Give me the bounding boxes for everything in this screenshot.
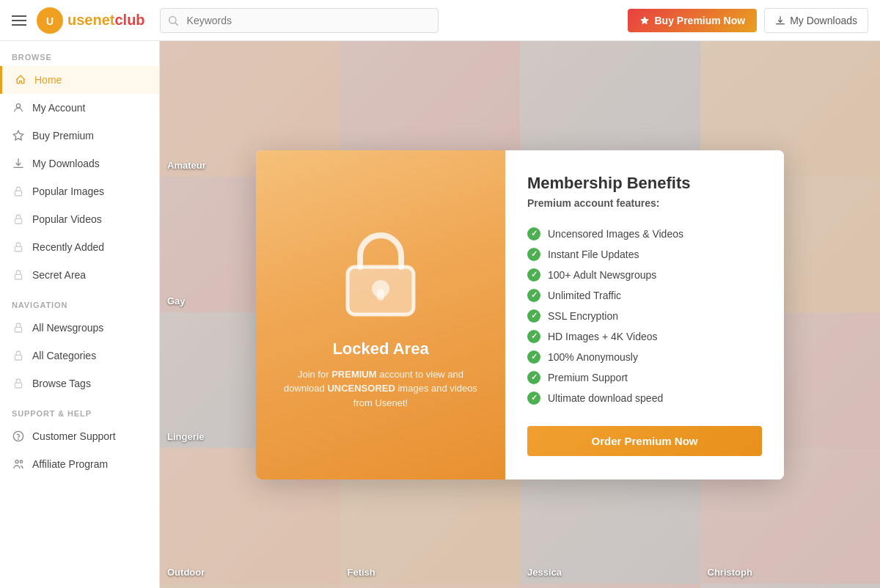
benefit-item: 100% Anonymously [527,347,762,367]
check-icon [527,309,540,323]
check-icon [527,289,540,302]
my-downloads-button[interactable]: My Downloads [764,8,868,33]
navigation-section-label: NAVIGATION [0,289,159,314]
sidebar-item-browse-tags[interactable]: Browse Tags [0,370,159,397]
order-premium-button[interactable]: Order Premium Now [527,426,762,456]
sidebar-item-my-downloads[interactable]: My Downloads [0,150,159,177]
sidebar-item-popular-images[interactable]: Popular Images [0,177,159,205]
modal-right-panel: Membership Benefits Premium account feat… [505,150,784,479]
svg-text:U: U [46,15,54,27]
sidebar-label-popular-images: Popular Images [32,185,104,197]
svg-point-5 [16,104,20,108]
lock-recently-added-icon [12,240,25,254]
sidebar-item-my-account[interactable]: My Account [0,94,159,122]
sidebar-label-recently-added: Recently Added [32,241,104,253]
sidebar-item-popular-videos[interactable]: Popular Videos [0,205,159,233]
download-icon [775,15,785,26]
check-icon [527,268,540,282]
check-icon [527,392,540,405]
check-icon [527,227,540,240]
lock-categories-icon [12,349,25,362]
svg-rect-9 [15,246,21,251]
sidebar-label-customer-support: Customer Support [32,430,116,442]
browse-section-label: BROWSE [0,41,159,66]
svg-point-2 [169,16,175,23]
support-section-label: SUPPORT & HELP [0,397,159,422]
lock-secret-area-icon [12,268,25,282]
check-icon [527,371,540,384]
lock-icon [329,219,432,325]
benefit-item: Instant File Updates [527,244,762,265]
svg-point-16 [15,460,18,463]
content-area: AmateurGayLingerieOutdoorFetishJessicaCh… [160,41,880,588]
sidebar-item-all-categories[interactable]: All Categories [0,342,159,370]
sidebar-item-customer-support[interactable]: Customer Support [0,422,159,450]
benefit-item: Premium Support [527,367,762,388]
benefit-item: SSL Encryption [527,306,762,326]
buy-premium-button[interactable]: Buy Premium Now [628,9,757,32]
search-wrapper [160,8,439,33]
modal-left-panel: Locked Area Join for PREMIUM account to … [256,150,505,479]
modal-locked-title: Locked Area [332,339,428,359]
main-container: BROWSE Home My Account Buy Premium My Do… [0,41,880,588]
svg-rect-10 [15,274,21,279]
sidebar-label-buy-premium: Buy Premium [32,130,94,142]
check-icon [527,350,540,364]
sidebar-item-affiliate-program[interactable]: Affiliate Program [0,450,159,478]
sidebar-item-home[interactable]: Home [0,66,159,94]
check-icon [527,248,540,261]
search-input[interactable] [160,8,439,33]
sidebar-label-home: Home [34,74,62,86]
svg-marker-4 [641,16,650,24]
sidebar-item-recently-added[interactable]: Recently Added [0,233,159,261]
svg-rect-13 [15,383,21,388]
benefit-item: Unlimited Traffic [527,285,762,306]
logo-text: usenetclub [67,12,145,29]
sidebar-item-secret-area[interactable]: Secret Area [0,261,159,289]
benefit-list: Uncensored Images & VideosInstant File U… [527,224,762,408]
svg-point-15 [18,439,19,440]
lock-popular-images-icon [12,185,25,198]
modal-benefits-title: Membership Benefits [527,174,762,193]
benefit-item: HD Images + 4K Videos [527,326,762,347]
hamburger-menu[interactable] [12,15,26,26]
question-icon [12,430,25,443]
svg-rect-20 [377,289,384,301]
sidebar-label-popular-videos: Popular Videos [32,213,102,225]
sidebar-item-all-newsgroups[interactable]: All Newsgroups [0,314,159,342]
buy-premium-icon [12,129,25,142]
check-icon [527,330,540,343]
people-icon [12,457,25,471]
header: U usenetclub Buy Premium Now My Download… [0,0,880,41]
logo-icon: U [35,6,65,35]
sidebar: BROWSE Home My Account Buy Premium My Do… [0,41,160,588]
svg-point-17 [20,460,22,463]
sidebar-item-buy-premium[interactable]: Buy Premium [0,122,159,150]
modal-benefits-subtitle: Premium account features: [527,197,762,209]
home-icon [14,73,27,87]
sidebar-label-secret-area: Secret Area [32,269,86,281]
sidebar-label-my-downloads: My Downloads [32,158,100,169]
benefit-item: Ultimate download speed [527,388,762,408]
header-actions: Buy Premium Now My Downloads [628,8,868,33]
sidebar-label-affiliate-program: Affiliate Program [32,458,108,470]
modal-overlay: Locked Area Join for PREMIUM account to … [160,41,880,588]
user-icon [12,101,25,114]
svg-line-3 [175,23,178,26]
star-icon [639,15,650,26]
benefit-item: 100+ Adult Newsgroups [527,265,762,285]
downloads-icon [12,157,25,170]
svg-rect-12 [15,355,21,360]
sidebar-label-all-newsgroups: All Newsgroups [32,322,103,334]
modal-locked-desc: Join for PREMIUM account to view and dow… [278,367,483,411]
benefit-item: Uncensored Images & Videos [527,224,762,244]
lock-browse-tags-icon [12,377,25,390]
sidebar-label-my-account: My Account [32,102,85,114]
membership-modal: Locked Area Join for PREMIUM account to … [256,150,784,479]
svg-marker-6 [13,131,23,140]
svg-rect-7 [15,191,21,196]
sidebar-label-all-categories: All Categories [32,350,96,361]
logo[interactable]: U usenetclub [35,6,145,35]
svg-rect-11 [15,327,21,332]
lock-newsgroups-icon [12,321,25,334]
